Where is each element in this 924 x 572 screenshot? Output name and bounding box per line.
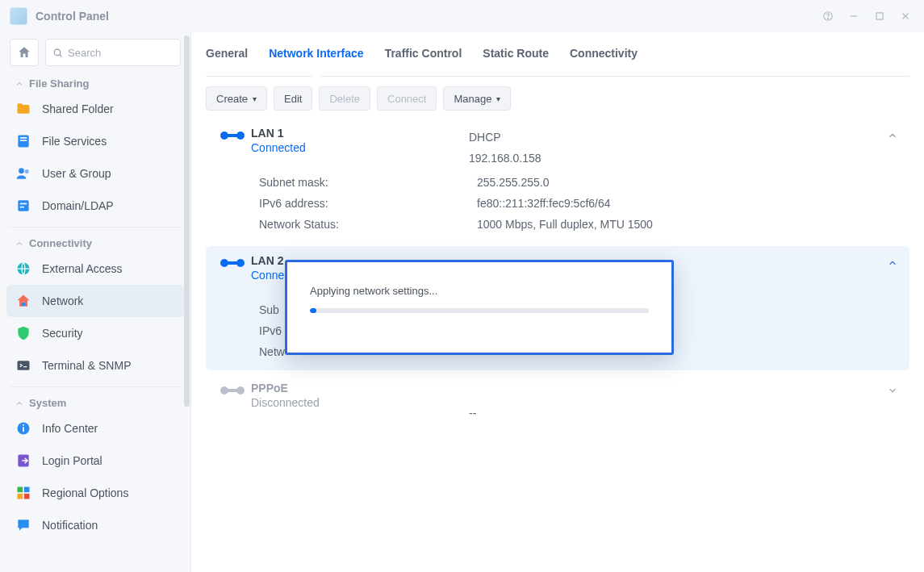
progress-message: Applying network settings... [310, 285, 649, 297]
progress-bar [310, 308, 649, 313]
progress-fill [310, 308, 316, 313]
progress-dialog: Applying network settings... [285, 260, 674, 355]
